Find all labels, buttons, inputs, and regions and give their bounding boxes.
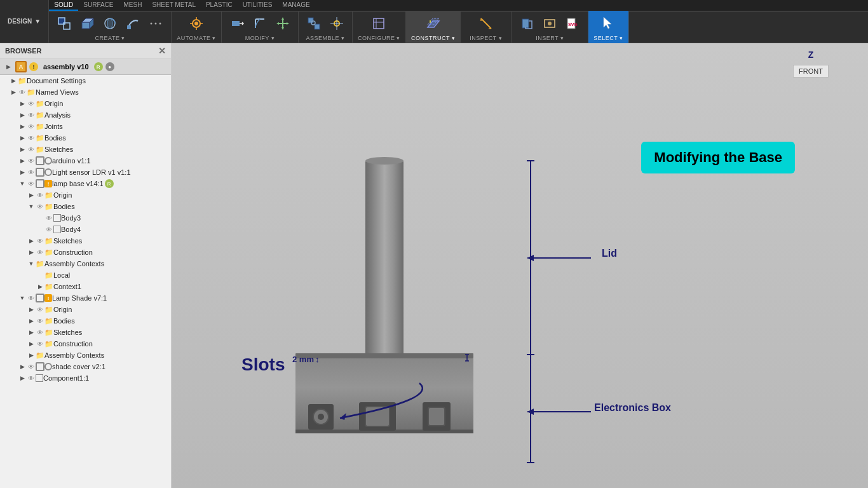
sweep-icon[interactable] [123, 13, 143, 34]
tree-item-lamp-shade[interactable]: 👁 ! Lamp Shade v7:1 [0, 292, 171, 304]
insert-derive-icon[interactable] [517, 13, 537, 34]
tree-item-doc-settings[interactable]: 📁 Document Settings [0, 75, 171, 86]
arduino-arrow[interactable] [18, 156, 27, 165]
light-sensor-arrow[interactable] [18, 168, 27, 177]
move-icon[interactable] [273, 13, 293, 34]
offset-plane-icon[interactable] [423, 13, 444, 34]
measure-icon[interactable] [476, 13, 496, 34]
design-menu-button[interactable]: DESIGN ▼ [0, 0, 49, 43]
tab-surface[interactable]: SURFACE [78, 0, 118, 11]
tree-item-lb-origin[interactable]: 👁 📁 Origin [0, 189, 171, 201]
tree-item-ls-bodies[interactable]: 👁 📁 Bodies [0, 315, 171, 327]
ctx1-arrow[interactable] [36, 282, 44, 291]
joint-origin-icon[interactable] [327, 13, 347, 34]
press-pull-icon[interactable] [227, 13, 247, 34]
tree-item-context1[interactable]: 📁 Context1 [0, 281, 171, 292]
comp1-arrow[interactable] [18, 374, 27, 383]
browser-tree: 📁 Document Settings 👁 📁 Named Views 👁 📁 … [0, 75, 171, 384]
lamp-base-arrow[interactable] [18, 179, 27, 188]
slots-annotation: Slots [241, 355, 285, 375]
ls-origin-arrow[interactable] [27, 305, 36, 314]
tab-sheet-metal[interactable]: SHEET METAL [147, 0, 201, 11]
origin-arrow[interactable] [18, 99, 27, 108]
tree-item-analysis[interactable]: 👁 📁 Analysis [0, 109, 171, 121]
tree-item-component1[interactable]: 👁 Component1:1 [0, 372, 171, 384]
modify-group: MODIFY ▾ [222, 11, 299, 44]
ls-construction-arrow[interactable] [27, 339, 36, 348]
doc-settings-arrow[interactable] [9, 76, 18, 85]
assembly-arrow[interactable] [4, 62, 13, 71]
automate-icon[interactable] [186, 13, 207, 34]
lb-construction-arrow[interactable] [27, 248, 36, 257]
tree-item-light-sensor[interactable]: 👁 Light sensor LDR v1 v1:1 [0, 166, 171, 178]
comp-icon [36, 179, 44, 188]
tab-utilities[interactable]: UTILITIES [238, 0, 278, 11]
joints-arrow[interactable] [18, 122, 27, 131]
sketches-arrow[interactable] [18, 145, 27, 154]
tree-item-ls-asm-ctx[interactable]: 📁 Assembly Contexts [0, 349, 171, 361]
tree-item-joints[interactable]: 👁 📁 Joints [0, 121, 171, 132]
body-icon [36, 374, 43, 382]
revolve-icon[interactable] [100, 13, 120, 34]
tree-item-lb-sketches[interactable]: 👁 📁 Sketches [0, 235, 171, 247]
named-views-arrow[interactable] [9, 88, 18, 97]
ls-asm-arrow[interactable] [27, 351, 36, 360]
lb-asm-arrow[interactable] [27, 259, 36, 268]
tree-item-ls-origin[interactable]: 👁 📁 Origin [0, 304, 171, 315]
modifying-base-text: Modifying the Base [654, 149, 782, 165]
tree-item-lb-bodies[interactable]: 👁 📁 Bodies [0, 201, 171, 212]
fillet-icon[interactable] [250, 13, 270, 34]
ls-asm-ctx-label: Assembly Contexts [44, 351, 104, 359]
tree-item-ls-construction[interactable]: 👁 📁 Construction [0, 338, 171, 349]
configure-icon[interactable] [369, 13, 389, 34]
tree-item-lb-construction[interactable]: 👁 📁 Construction [0, 247, 171, 258]
r-icon: R [105, 179, 114, 188]
tree-item-shade-cover[interactable]: 👁 shade cover v2:1 [0, 361, 171, 372]
lb-sketches-arrow[interactable] [27, 236, 36, 245]
tree-item-bodies-top[interactable]: 👁 📁 Bodies [0, 132, 171, 144]
main-viewport[interactable]: Modifying the Base Lid Electronics Box S… [172, 43, 868, 488]
svg-point-10 [159, 23, 161, 25]
eye-icon: 👁 [27, 111, 36, 119]
joint-icon[interactable] [304, 13, 324, 34]
tree-item-body3[interactable]: 👁 Body3 [0, 212, 171, 224]
tree-item-sketches-top[interactable]: 👁 📁 Sketches [0, 144, 171, 155]
analysis-arrow[interactable] [18, 111, 27, 119]
slot-right-inner [428, 407, 445, 426]
tree-item-body4[interactable]: 👁 Body4 [0, 224, 171, 235]
lb-bodies-arrow[interactable] [27, 202, 36, 211]
extrude-icon[interactable] [77, 13, 97, 34]
assembly-row[interactable]: A ! assembly v10 R ● [0, 59, 171, 75]
folder-icon: 📁 [36, 122, 44, 131]
empty-arrow [36, 271, 44, 280]
bodies-arrow[interactable] [18, 133, 27, 142]
lamp-shade-arrow[interactable] [18, 294, 27, 302]
select-icon[interactable] [598, 13, 618, 34]
tree-item-origin[interactable]: 👁 📁 Origin [0, 98, 171, 109]
ls-sketches-arrow[interactable] [27, 328, 36, 337]
tree-item-arduino[interactable]: 👁 arduino v1:1 [0, 155, 171, 166]
tree-item-named-views[interactable]: 👁 📁 Named Views [0, 86, 171, 98]
tab-plastic[interactable]: PLASTIC [201, 0, 238, 11]
tab-mesh[interactable]: MESH [119, 0, 147, 11]
ls-bodies-arrow[interactable] [27, 316, 36, 325]
tree-item-ls-sketches[interactable]: 👁 📁 Sketches [0, 327, 171, 338]
eye-icon: 👁 [27, 362, 36, 371]
tree-item-lb-assembly-ctx[interactable]: 📁 Assembly Contexts [0, 258, 171, 269]
tree-item-local[interactable]: 📁 Local [0, 269, 171, 281]
modify-label: MODIFY ▾ [245, 35, 275, 41]
attach-canvas-icon[interactable] [539, 13, 560, 34]
new-component-icon[interactable] [54, 13, 74, 34]
browser-close-button[interactable]: ✕ [158, 46, 166, 56]
shade-cover-arrow[interactable] [18, 362, 27, 371]
eye-icon: 👁 [36, 202, 44, 211]
more-create-icon[interactable] [146, 13, 166, 34]
insert-svg-icon[interactable]: SVG [562, 13, 583, 34]
select-group: SELECT ▾ [588, 11, 628, 44]
tree-item-lamp-base[interactable]: 👁 ! lamp base v14:1 R [0, 178, 171, 189]
svg-rect-7 [127, 25, 131, 29]
tab-manage[interactable]: MANAGE [277, 0, 315, 11]
assembly-icon: A [15, 61, 27, 72]
tab-solid[interactable]: SOLID [49, 0, 78, 11]
lb-origin-arrow[interactable] [27, 191, 36, 200]
